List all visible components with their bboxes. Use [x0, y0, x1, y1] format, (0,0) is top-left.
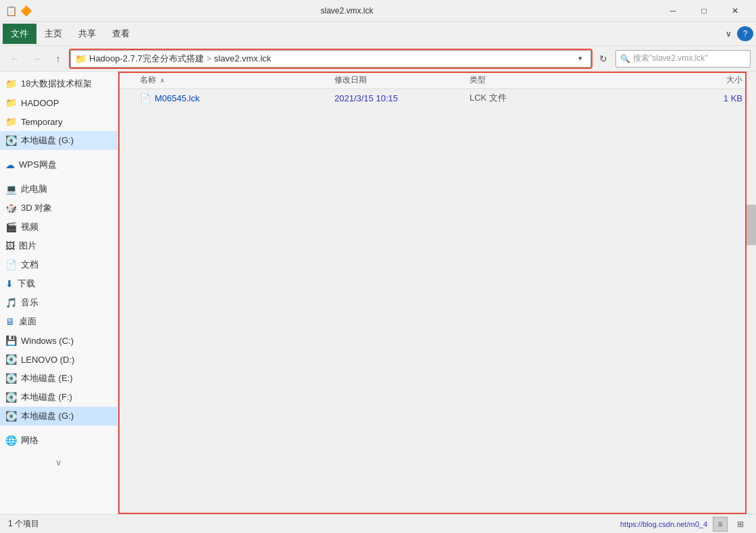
- scrollbar-thumb[interactable]: [747, 205, 756, 245]
- ribbon-expand-button[interactable]: ∨: [720, 26, 737, 41]
- sidebar-item-label: 网络: [21, 434, 39, 447]
- status-url: https://blog.csdn.net/m0_4: [620, 520, 707, 528]
- sidebar-item-download[interactable]: ⬇ 下载: [0, 274, 118, 293]
- sidebar-item-wps[interactable]: ☁ WPS网盘: [0, 155, 118, 174]
- 3d-icon: 🎲: [5, 203, 17, 213]
- title-bar-icons: 📋 🔶: [5, 5, 31, 16]
- column-name-label: 名称: [140, 75, 156, 84]
- column-date[interactable]: 修改日期: [334, 74, 470, 86]
- sidebar-item-windows-c[interactable]: 💾 Windows (C:): [0, 331, 118, 350]
- sidebar-item-label: 本地磁盘 (E:): [21, 372, 73, 384]
- sidebar-item-local-g[interactable]: 💽 本地磁盘 (G:): [0, 131, 118, 150]
- file-list-header: 名称 ∧ 修改日期 类型 大小: [118, 72, 756, 89]
- sidebar-item-picture[interactable]: 🖼 图片: [0, 236, 118, 255]
- search-icon: 🔍: [620, 54, 630, 64]
- selection-highlight: [118, 72, 747, 514]
- address-bar[interactable]: 📁 Hadoop-2.7.7完全分布式搭建 > slave2.vmx.lck ▾: [70, 50, 591, 68]
- sidebar-item-video[interactable]: 🎬 视频: [0, 218, 118, 236]
- back-button[interactable]: ←: [5, 49, 24, 68]
- ribbon-tab-file[interactable]: 文件: [3, 24, 36, 44]
- title-bar: 📋 🔶 slave2.vmx.lck ─ □ ✕: [0, 0, 756, 22]
- file-type: LCK 文件: [470, 93, 507, 103]
- close-button[interactable]: ✕: [720, 0, 751, 22]
- sidebar-item-bigdata[interactable]: 📁 18大数据技术框架: [0, 74, 118, 93]
- address-dropdown-button[interactable]: ▾: [574, 53, 586, 64]
- status-count: 1 个项目: [8, 518, 39, 530]
- drive-icon: 💽: [5, 392, 17, 403]
- ribbon-tab-home[interactable]: 主页: [36, 25, 70, 43]
- sidebar-item-hadoop[interactable]: 📁 HADOOP: [0, 93, 118, 112]
- ribbon: 文件 主页 共享 查看 ∨ ?: [0, 22, 756, 46]
- sidebar-item-label: 本地磁盘 (G:): [21, 134, 74, 147]
- drive-icon: 💽: [5, 354, 17, 365]
- maximize-button[interactable]: □: [688, 0, 720, 22]
- table-row[interactable]: 📄 M06545.lck 2021/3/15 10:15 LCK 文件 1 KB: [118, 89, 756, 107]
- sidebar-item-label: 音乐: [21, 297, 39, 309]
- sidebar-item-music[interactable]: 🎵 音乐: [0, 293, 118, 312]
- drive-icon: 💽: [5, 373, 17, 384]
- sidebar-item-label: 下载: [18, 278, 35, 290]
- titlebar-icon1: 📋: [5, 5, 16, 16]
- content-panel: 名称 ∧ 修改日期 类型 大小 📄 M06545.lck 2021/3/15 1…: [118, 72, 756, 514]
- view-details-button[interactable]: ≡: [713, 517, 728, 532]
- refresh-button[interactable]: ↻: [594, 49, 613, 68]
- search-bar[interactable]: 🔍 搜索"slave2.vmx.lck": [615, 50, 751, 68]
- sidebar-item-local-g2[interactable]: 💽 本地磁盘 (G:): [0, 407, 118, 426]
- folder-icon: 📁: [5, 97, 17, 108]
- sidebar-item-label: Windows (C:): [21, 336, 74, 346]
- sidebar-item-label: HADOOP: [21, 98, 59, 108]
- sidebar-item-local-e[interactable]: 💽 本地磁盘 (E:): [0, 369, 118, 388]
- drive-icon: 💽: [5, 411, 17, 422]
- sidebar-item-label: 文档: [21, 259, 39, 271]
- sidebar-item-docs[interactable]: 📄 文档: [0, 255, 118, 274]
- sidebar-item-temporary[interactable]: 📁 Temporary: [0, 112, 118, 131]
- ribbon-help-button[interactable]: ?: [737, 26, 753, 41]
- scrollbar-track[interactable]: [747, 72, 756, 514]
- column-type-label: 类型: [470, 75, 486, 84]
- up-button[interactable]: ↑: [49, 49, 68, 68]
- download-icon: ⬇: [5, 278, 14, 289]
- sidebar-item-desktop[interactable]: 🖥 桌面: [0, 312, 118, 331]
- file-icon: 📄: [140, 93, 151, 103]
- sidebar-item-label: Temporary: [21, 117, 62, 127]
- video-icon: 🎬: [5, 222, 17, 232]
- ribbon-tab-view[interactable]: 查看: [104, 25, 138, 43]
- column-size[interactable]: 大小: [591, 74, 756, 86]
- music-icon: 🎵: [5, 297, 17, 308]
- column-type[interactable]: 类型: [470, 74, 591, 86]
- column-date-label: 修改日期: [334, 75, 367, 84]
- sidebar-scroll-down[interactable]: ∨: [0, 455, 118, 469]
- sidebar-item-network[interactable]: 🌐 网络: [0, 431, 118, 450]
- sidebar-item-3d[interactable]: 🎲 3D 对象: [0, 199, 118, 218]
- view-tiles-button[interactable]: ⊞: [733, 517, 748, 532]
- sidebar-item-label: LENOVO (D:): [21, 355, 74, 365]
- file-size: 1 KB: [724, 93, 742, 103]
- cloud-icon: ☁: [5, 159, 15, 170]
- sidebar-item-label: 3D 对象: [21, 202, 52, 214]
- column-size-label: 大小: [726, 75, 742, 84]
- sidebar-item-label: 本地磁盘 (G:): [21, 410, 74, 422]
- sidebar-item-lenovo-d[interactable]: 💽 LENOVO (D:): [0, 350, 118, 369]
- sidebar-item-label: 此电脑: [21, 183, 47, 195]
- forward-button[interactable]: →: [27, 49, 46, 68]
- file-type-cell: LCK 文件: [470, 92, 591, 104]
- sidebar-item-local-f[interactable]: 💽 本地磁盘 (F:): [0, 388, 118, 407]
- main-content: 📁 18大数据技术框架 📁 HADOOP 📁 Temporary 💽 本地磁盘 …: [0, 72, 756, 514]
- ribbon-tab-share[interactable]: 共享: [70, 25, 104, 43]
- titlebar-icon2: 🔶: [20, 5, 31, 16]
- sort-arrow: ∧: [160, 77, 165, 84]
- drive-icon: 💽: [5, 135, 17, 146]
- status-bar: 1 个项目 https://blog.csdn.net/m0_4 ≡ ⊞: [0, 514, 756, 533]
- address-separator: >: [207, 54, 211, 64]
- address-folder-icon: 📁: [75, 53, 86, 64]
- column-name[interactable]: 名称 ∧: [118, 74, 334, 86]
- address-breadcrumb: Hadoop-2.7.7完全分布式搭建: [89, 53, 204, 65]
- file-name: M06545.lck: [155, 93, 199, 103]
- file-date-cell: 2021/3/15 10:15: [334, 93, 470, 103]
- address-current: slave2.vmx.lck: [214, 53, 272, 64]
- window-controls: ─ □ ✕: [657, 0, 751, 22]
- sidebar-item-this-pc[interactable]: 💻 此电脑: [0, 180, 118, 199]
- window-title: slave2.vmx.lck: [36, 6, 657, 16]
- minimize-button[interactable]: ─: [657, 0, 688, 22]
- file-size-cell: 1 KB: [591, 93, 756, 103]
